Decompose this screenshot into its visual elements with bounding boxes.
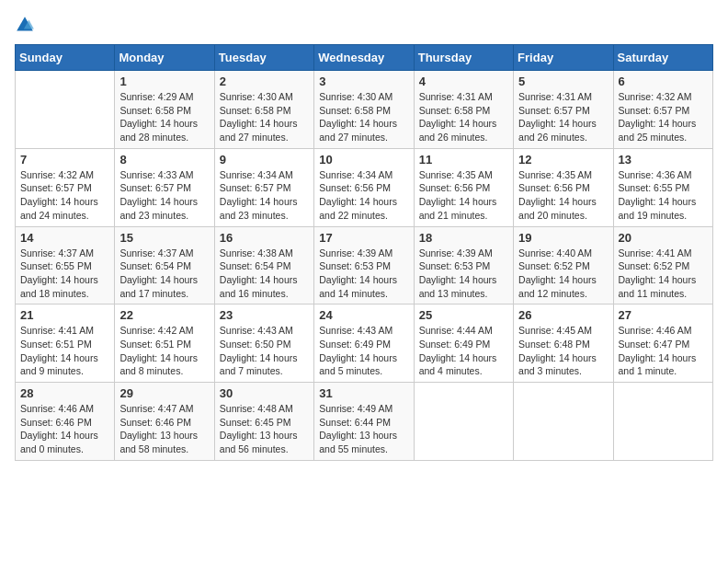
- calendar-cell: 27Sunrise: 4:46 AMSunset: 6:47 PMDayligh…: [613, 304, 712, 383]
- weekday-header-saturday: Saturday: [613, 45, 712, 71]
- week-row-4: 21Sunrise: 4:41 AMSunset: 6:51 PMDayligh…: [16, 304, 713, 383]
- day-number: 16: [220, 231, 309, 245]
- calendar-cell: 15Sunrise: 4:37 AMSunset: 6:54 PMDayligh…: [115, 226, 214, 304]
- day-number: 5: [518, 75, 608, 88]
- day-info: Sunrise: 4:41 AMSunset: 6:51 PMDaylight:…: [20, 324, 109, 378]
- calendar-cell: 24Sunrise: 4:43 AMSunset: 6:49 PMDayligh…: [314, 304, 414, 383]
- calendar-cell: 11Sunrise: 4:35 AMSunset: 6:56 PMDayligh…: [414, 148, 513, 226]
- calendar-cell: 4Sunrise: 4:31 AMSunset: 6:58 PMDaylight…: [414, 71, 513, 149]
- calendar-cell: [514, 383, 613, 461]
- calendar-cell: [16, 71, 115, 149]
- day-info: Sunrise: 4:49 AMSunset: 6:44 PMDaylight:…: [319, 402, 408, 456]
- week-row-2: 7Sunrise: 4:32 AMSunset: 6:57 PMDaylight…: [16, 148, 713, 226]
- day-info: Sunrise: 4:37 AMSunset: 6:54 PMDaylight:…: [119, 247, 209, 301]
- day-number: 31: [319, 386, 408, 400]
- day-number: 20: [619, 231, 708, 245]
- day-number: 28: [20, 386, 109, 400]
- day-info: Sunrise: 4:31 AMSunset: 6:57 PMDaylight:…: [518, 90, 608, 144]
- day-number: 25: [419, 308, 508, 322]
- day-info: Sunrise: 4:34 AMSunset: 6:56 PMDaylight:…: [319, 168, 408, 223]
- day-number: 9: [220, 153, 309, 167]
- header: [15, 15, 713, 35]
- calendar-table: SundayMondayTuesdayWednesdayThursdayFrid…: [15, 44, 713, 461]
- day-info: Sunrise: 4:32 AMSunset: 6:57 PMDaylight:…: [619, 90, 708, 144]
- calendar-cell: 22Sunrise: 4:42 AMSunset: 6:51 PMDayligh…: [115, 304, 214, 383]
- calendar-cell: 19Sunrise: 4:40 AMSunset: 6:52 PMDayligh…: [514, 226, 613, 304]
- calendar-cell: 13Sunrise: 4:36 AMSunset: 6:55 PMDayligh…: [613, 148, 712, 226]
- day-info: Sunrise: 4:36 AMSunset: 6:55 PMDaylight:…: [619, 168, 708, 223]
- day-number: 18: [419, 231, 508, 245]
- day-info: Sunrise: 4:43 AMSunset: 6:50 PMDaylight:…: [220, 324, 309, 378]
- calendar-cell: 14Sunrise: 4:37 AMSunset: 6:55 PMDayligh…: [16, 226, 115, 304]
- calendar-cell: 2Sunrise: 4:30 AMSunset: 6:58 PMDaylight…: [214, 71, 313, 149]
- calendar-cell: 18Sunrise: 4:39 AMSunset: 6:53 PMDayligh…: [414, 226, 513, 304]
- day-info: Sunrise: 4:29 AMSunset: 6:58 PMDaylight:…: [119, 90, 209, 144]
- day-number: 23: [220, 308, 309, 322]
- day-number: 11: [419, 153, 508, 167]
- day-info: Sunrise: 4:40 AMSunset: 6:52 PMDaylight:…: [518, 247, 608, 301]
- calendar-cell: 16Sunrise: 4:38 AMSunset: 6:54 PMDayligh…: [214, 226, 313, 304]
- calendar-cell: 9Sunrise: 4:34 AMSunset: 6:57 PMDaylight…: [214, 148, 313, 226]
- day-info: Sunrise: 4:30 AMSunset: 6:58 PMDaylight:…: [220, 90, 309, 144]
- calendar-cell: 8Sunrise: 4:33 AMSunset: 6:57 PMDaylight…: [115, 148, 214, 226]
- day-number: 17: [319, 231, 408, 245]
- day-info: Sunrise: 4:48 AMSunset: 6:45 PMDaylight:…: [220, 402, 309, 456]
- week-row-5: 28Sunrise: 4:46 AMSunset: 6:46 PMDayligh…: [16, 383, 713, 461]
- weekday-header-wednesday: Wednesday: [314, 45, 414, 71]
- calendar-cell: 10Sunrise: 4:34 AMSunset: 6:56 PMDayligh…: [314, 148, 414, 226]
- calendar-cell: 23Sunrise: 4:43 AMSunset: 6:50 PMDayligh…: [214, 304, 313, 383]
- day-number: 3: [319, 75, 408, 88]
- calendar-cell: 28Sunrise: 4:46 AMSunset: 6:46 PMDayligh…: [16, 383, 115, 461]
- calendar-cell: [613, 383, 712, 461]
- day-number: 22: [119, 308, 209, 322]
- calendar-cell: 3Sunrise: 4:30 AMSunset: 6:58 PMDaylight…: [314, 71, 414, 149]
- day-number: 2: [220, 75, 309, 88]
- day-info: Sunrise: 4:41 AMSunset: 6:52 PMDaylight:…: [619, 247, 708, 301]
- day-number: 7: [20, 153, 109, 167]
- day-info: Sunrise: 4:42 AMSunset: 6:51 PMDaylight:…: [119, 324, 209, 378]
- calendar-cell: 25Sunrise: 4:44 AMSunset: 6:49 PMDayligh…: [414, 304, 513, 383]
- day-info: Sunrise: 4:44 AMSunset: 6:49 PMDaylight:…: [419, 324, 508, 378]
- day-info: Sunrise: 4:33 AMSunset: 6:57 PMDaylight:…: [119, 168, 209, 223]
- day-info: Sunrise: 4:34 AMSunset: 6:57 PMDaylight:…: [220, 168, 309, 223]
- day-number: 8: [119, 153, 209, 167]
- day-info: Sunrise: 4:47 AMSunset: 6:46 PMDaylight:…: [119, 402, 209, 456]
- week-row-1: 1Sunrise: 4:29 AMSunset: 6:58 PMDaylight…: [16, 71, 713, 149]
- day-number: 4: [419, 75, 508, 88]
- day-number: 1: [119, 75, 209, 88]
- calendar-cell: 5Sunrise: 4:31 AMSunset: 6:57 PMDaylight…: [514, 71, 613, 149]
- day-number: 26: [518, 308, 608, 322]
- day-number: 6: [619, 75, 708, 88]
- day-info: Sunrise: 4:38 AMSunset: 6:54 PMDaylight:…: [220, 247, 309, 301]
- day-info: Sunrise: 4:39 AMSunset: 6:53 PMDaylight:…: [419, 247, 508, 301]
- day-number: 30: [220, 386, 309, 400]
- calendar-cell: 6Sunrise: 4:32 AMSunset: 6:57 PMDaylight…: [613, 71, 712, 149]
- weekday-header-thursday: Thursday: [414, 45, 513, 71]
- day-info: Sunrise: 4:37 AMSunset: 6:55 PMDaylight:…: [20, 247, 109, 301]
- day-info: Sunrise: 4:46 AMSunset: 6:47 PMDaylight:…: [619, 324, 708, 378]
- day-info: Sunrise: 4:30 AMSunset: 6:58 PMDaylight:…: [319, 90, 408, 144]
- day-info: Sunrise: 4:45 AMSunset: 6:48 PMDaylight:…: [518, 324, 608, 378]
- weekday-header-friday: Friday: [514, 45, 613, 71]
- calendar-cell: 20Sunrise: 4:41 AMSunset: 6:52 PMDayligh…: [613, 226, 712, 304]
- calendar-cell: 12Sunrise: 4:35 AMSunset: 6:56 PMDayligh…: [514, 148, 613, 226]
- day-number: 15: [119, 231, 209, 245]
- weekday-header-monday: Monday: [115, 45, 214, 71]
- day-number: 14: [20, 231, 109, 245]
- day-info: Sunrise: 4:35 AMSunset: 6:56 PMDaylight:…: [518, 168, 608, 223]
- weekday-header-row: SundayMondayTuesdayWednesdayThursdayFrid…: [16, 45, 713, 71]
- weekday-header-tuesday: Tuesday: [214, 45, 313, 71]
- day-number: 21: [20, 308, 109, 322]
- day-info: Sunrise: 4:35 AMSunset: 6:56 PMDaylight:…: [419, 168, 508, 223]
- day-number: 24: [319, 308, 408, 322]
- calendar-cell: 26Sunrise: 4:45 AMSunset: 6:48 PMDayligh…: [514, 304, 613, 383]
- day-info: Sunrise: 4:31 AMSunset: 6:58 PMDaylight:…: [419, 90, 508, 144]
- calendar-cell: 7Sunrise: 4:32 AMSunset: 6:57 PMDaylight…: [16, 148, 115, 226]
- calendar-cell: 31Sunrise: 4:49 AMSunset: 6:44 PMDayligh…: [314, 383, 414, 461]
- calendar-cell: 17Sunrise: 4:39 AMSunset: 6:53 PMDayligh…: [314, 226, 414, 304]
- day-number: 29: [119, 386, 209, 400]
- calendar-cell: [414, 383, 513, 461]
- calendar-cell: 21Sunrise: 4:41 AMSunset: 6:51 PMDayligh…: [16, 304, 115, 383]
- day-info: Sunrise: 4:46 AMSunset: 6:46 PMDaylight:…: [20, 402, 109, 456]
- day-number: 12: [518, 153, 608, 167]
